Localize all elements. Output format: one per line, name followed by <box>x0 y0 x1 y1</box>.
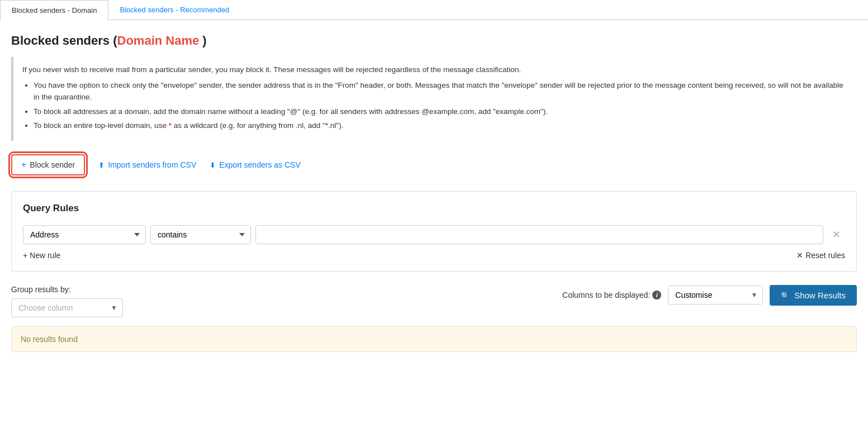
columns-label: Columns to be displayed: i <box>562 291 661 299</box>
wildcard-char: * <box>169 121 172 130</box>
upload-icon <box>98 160 105 169</box>
rule-column-select[interactable]: Address Domain Comment Date Added <box>23 225 146 244</box>
remove-rule-button[interactable]: ✕ <box>828 227 845 242</box>
columns-display-select[interactable]: Customise <box>668 286 763 305</box>
action-buttons-row: + Block sender Import senders from CSV E… <box>11 154 857 175</box>
group-by-label: Group results by: <box>11 285 123 294</box>
rules-actions: + New rule ✕ Reset rules <box>23 251 845 260</box>
domain-name-highlight: Domain Name <box>117 34 200 47</box>
tab-recommended[interactable]: Blocked senders - Recommended <box>108 0 240 20</box>
info-bullets: You have the option to check only the "e… <box>34 79 848 132</box>
rule-operator-select[interactable]: contains equals starts with ends with <box>150 225 251 244</box>
info-bullet-2: To block all addresses at a domain, add … <box>34 106 848 118</box>
no-results-banner: No results found <box>11 326 857 352</box>
info-intro: If you never wish to receive mail from a… <box>22 64 848 76</box>
no-results-text: No results found <box>21 335 78 344</box>
tabs-bar: Blocked senders - Domain Blocked senders… <box>0 0 868 20</box>
info-box: If you never wish to receive mail from a… <box>11 57 857 141</box>
show-results-label: Show Results <box>794 291 846 300</box>
group-by-section: Group results by: Choose column Address … <box>11 285 123 317</box>
export-csv-label: Export senders as CSV <box>219 160 301 169</box>
title-prefix: Blocked senders ( <box>11 34 117 47</box>
info-bullet-3: To block an entire top-level domain, use… <box>34 120 848 132</box>
group-by-select-wrap: Choose column Address Domain Comment Dat… <box>11 298 123 317</box>
main-content: Blocked senders (Domain Name ) If you ne… <box>0 20 868 365</box>
group-by-select[interactable]: Choose column Address Domain Comment Dat… <box>11 298 123 317</box>
columns-select-wrap: Customise ▼ <box>668 286 763 305</box>
title-suffix: ) <box>199 34 206 47</box>
import-csv-label: Import senders from CSV <box>108 160 196 169</box>
search-icon <box>781 291 790 300</box>
show-results-button[interactable]: Show Results <box>770 285 857 306</box>
rule-row: Address Domain Comment Date Added contai… <box>23 225 845 244</box>
import-csv-button[interactable]: Import senders from CSV <box>98 160 196 169</box>
page-title: Blocked senders (Domain Name ) <box>11 34 857 48</box>
group-columns-row: Group results by: Choose column Address … <box>11 285 857 317</box>
download-icon <box>210 160 216 169</box>
columns-label-wrap: Columns to be displayed: i <box>562 291 661 299</box>
export-csv-button[interactable]: Export senders as CSV <box>210 160 301 169</box>
columns-label-text: Columns to be displayed: <box>562 291 650 299</box>
reset-rules-button[interactable]: ✕ Reset rules <box>796 251 845 260</box>
query-rules-box: Query Rules Address Domain Comment Date … <box>11 191 857 272</box>
info-icon: i <box>652 291 661 299</box>
rule-value-input[interactable] <box>255 225 823 244</box>
new-rule-button[interactable]: + New rule <box>23 251 60 260</box>
block-sender-button[interactable]: + Block sender <box>11 154 85 175</box>
block-sender-label: Block sender <box>30 160 75 169</box>
info-bullet-1: You have the option to check only the "e… <box>34 79 848 103</box>
query-rules-title: Query Rules <box>23 203 845 214</box>
plus-icon: + <box>21 160 26 170</box>
columns-section: Columns to be displayed: i Customise ▼ S… <box>562 285 857 306</box>
tab-domain[interactable]: Blocked senders - Domain <box>0 0 108 20</box>
